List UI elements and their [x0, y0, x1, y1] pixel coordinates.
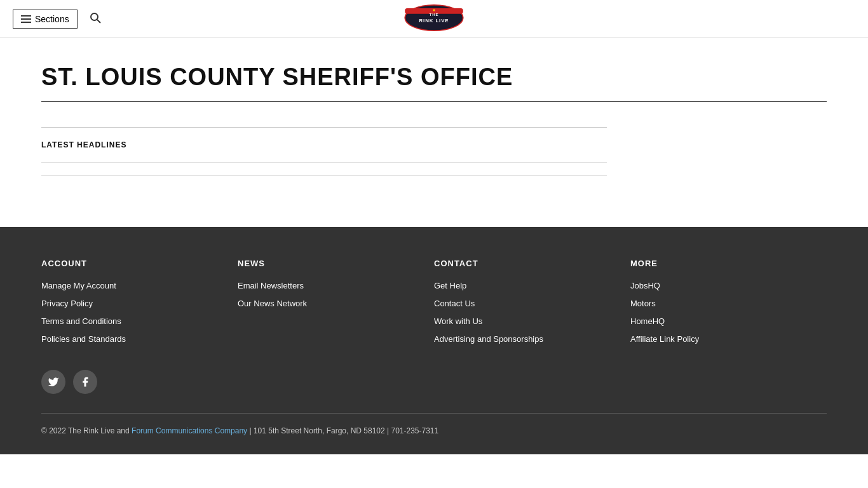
twitter-icon[interactable] [41, 370, 65, 394]
footer-link-0-1[interactable]: Privacy Policy [41, 299, 93, 308]
list-item: Terms and Conditions [41, 315, 238, 327]
latest-headlines-section: LATEST HEADLINES [41, 127, 607, 176]
list-item: Advertising and Sponsorships [434, 333, 630, 344]
list-item: Manage My Account [41, 280, 238, 291]
list-item: Policies and Standards [41, 333, 238, 344]
footer-col-title-0: ACCOUNT [41, 259, 238, 268]
site-logo: THE RINK LIVE [400, 4, 468, 32]
footer-col-3: MOREJobsHQMotorsHomeHQAffiliate Link Pol… [630, 259, 827, 344]
header-left: Sections [13, 8, 105, 30]
list-item: Privacy Policy [41, 297, 238, 309]
footer-copyright: © 2022 The Rink Live and Forum Communica… [41, 426, 827, 435]
footer-divider [41, 413, 827, 414]
footer-columns: ACCOUNTManage My AccountPrivacy PolicyTe… [41, 259, 827, 344]
footer-link-3-0[interactable]: JobsHQ [630, 281, 660, 290]
footer-links-3: JobsHQMotorsHomeHQAffiliate Link Policy [630, 280, 827, 344]
facebook-icon[interactable] [73, 370, 97, 394]
svg-text:THE: THE [430, 12, 439, 17]
svg-point-0 [91, 13, 98, 20]
footer-col-1: NEWSEmail NewslettersOur News Network [238, 259, 434, 344]
search-icon [89, 11, 102, 24]
main-content: ST. LOUIS COUNTY SHERIFF'S OFFICE LATEST… [0, 38, 868, 227]
footer-links-1: Email NewslettersOur News Network [238, 280, 434, 309]
list-item: HomeHQ [630, 315, 827, 327]
forum-communications-link[interactable]: Forum Communications Company [132, 426, 247, 435]
page-title: ST. LOUIS COUNTY SHERIFF'S OFFICE [41, 64, 827, 91]
footer-link-3-1[interactable]: Motors [630, 299, 656, 308]
latest-headlines-label: LATEST HEADLINES [41, 140, 607, 149]
footer-link-2-1[interactable]: Contact Us [434, 299, 475, 308]
footer-link-1-0[interactable]: Email Newsletters [238, 281, 304, 290]
footer-col-2: CONTACTGet HelpContact UsWork with UsAdv… [434, 259, 630, 344]
divider-1 [41, 162, 607, 163]
footer-links-2: Get HelpContact UsWork with UsAdvertisin… [434, 280, 630, 344]
list-item: JobsHQ [630, 280, 827, 291]
footer-link-0-0[interactable]: Manage My Account [41, 281, 116, 290]
footer-link-1-1[interactable]: Our News Network [238, 299, 307, 308]
footer-links-0: Manage My AccountPrivacy PolicyTerms and… [41, 280, 238, 344]
svg-line-1 [97, 20, 100, 23]
svg-text:RINK LIVE: RINK LIVE [419, 18, 449, 24]
footer-link-3-2[interactable]: HomeHQ [630, 316, 665, 326]
footer-link-2-0[interactable]: Get Help [434, 281, 466, 290]
footer-col-title-3: MORE [630, 259, 827, 268]
footer-link-2-2[interactable]: Work with Us [434, 316, 482, 326]
list-item: Contact Us [434, 297, 630, 309]
footer-col-title-2: CONTACT [434, 259, 630, 268]
list-item: Work with Us [434, 315, 630, 327]
footer-link-3-3[interactable]: Affiliate Link Policy [630, 334, 699, 344]
copyright-text: © 2022 The Rink Live and [41, 426, 132, 435]
social-icons [41, 370, 827, 394]
sections-button[interactable]: Sections [13, 10, 78, 29]
title-divider [41, 101, 827, 102]
divider-2 [41, 175, 607, 176]
list-item: Affiliate Link Policy [630, 333, 827, 344]
site-footer: ACCOUNTManage My AccountPrivacy PolicyTe… [0, 227, 868, 454]
hamburger-icon [21, 15, 31, 23]
footer-col-title-1: NEWS [238, 259, 434, 268]
list-item: Get Help [434, 280, 630, 291]
site-header: Sections THE RINK LIVE [0, 0, 868, 38]
footer-col-0: ACCOUNTManage My AccountPrivacy PolicyTe… [41, 259, 238, 344]
footer-link-2-3[interactable]: Advertising and Sponsorships [434, 334, 543, 344]
copyright-rest: | 101 5th Street North, Fargo, ND 58102 … [247, 426, 438, 435]
list-item: Our News Network [238, 297, 434, 309]
sections-label: Sections [35, 14, 69, 24]
footer-link-0-2[interactable]: Terms and Conditions [41, 316, 121, 326]
footer-link-0-3[interactable]: Policies and Standards [41, 334, 126, 344]
search-button[interactable] [85, 8, 105, 30]
list-item: Email Newsletters [238, 280, 434, 291]
list-item: Motors [630, 297, 827, 309]
logo[interactable]: THE RINK LIVE [400, 4, 468, 34]
